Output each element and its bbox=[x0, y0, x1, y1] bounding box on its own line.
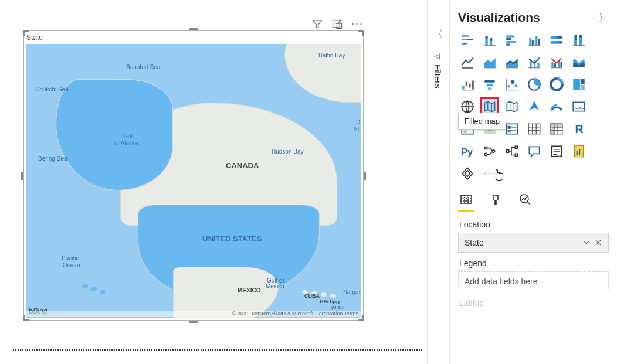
pane-tabs bbox=[458, 191, 609, 207]
map-body[interactable]: CANADA UNITED STATES MEXICO GUATEMALA NI… bbox=[26, 44, 361, 318]
chevron-right-icon[interactable]: 〉 bbox=[598, 11, 609, 25]
legend-field-well[interactable]: Add data fields here bbox=[458, 271, 609, 291]
viz-waterfall[interactable] bbox=[458, 75, 477, 94]
filled-region-hawaii bbox=[100, 290, 106, 294]
report-canvas[interactable]: ··· State CANAD bbox=[0, 0, 422, 364]
filled-region-hawaii bbox=[91, 287, 97, 291]
visual-header-toolbar: ··· bbox=[311, 18, 364, 30]
viz-funnel[interactable] bbox=[480, 75, 499, 94]
viz-scatter[interactable] bbox=[503, 75, 521, 94]
viz-paginated-report[interactable] bbox=[569, 142, 588, 161]
resize-handle-mid-top[interactable] bbox=[189, 28, 198, 30]
viz-power-apps[interactable] bbox=[458, 164, 477, 183]
viz-pie[interactable] bbox=[525, 75, 544, 94]
svg-rect-65 bbox=[579, 149, 580, 155]
viz-area[interactable] bbox=[480, 53, 499, 72]
svg-rect-16 bbox=[551, 41, 558, 43]
page-boundary bbox=[13, 349, 422, 351]
location-field-value: State bbox=[465, 238, 484, 247]
svg-rect-18 bbox=[574, 40, 577, 45]
resize-handle-mid-bottom[interactable] bbox=[189, 321, 198, 323]
svg-rect-27 bbox=[561, 62, 562, 67]
svg-rect-41 bbox=[581, 79, 585, 84]
svg-rect-30 bbox=[469, 84, 470, 88]
svg-text:R: R bbox=[575, 123, 584, 135]
map-label-davis1: D bbox=[356, 119, 360, 125]
svg-rect-59 bbox=[506, 150, 508, 152]
legend-placeholder: Add data fields here bbox=[465, 277, 538, 286]
viz-line-clustered-column[interactable] bbox=[547, 53, 566, 72]
viz-stacked-column[interactable] bbox=[480, 30, 499, 49]
map-label-sargasso: Sargass bbox=[343, 289, 361, 295]
map-attribution[interactable]: © 2021 TomTom, © 2021 Microsoft Corporat… bbox=[26, 311, 361, 317]
viz-100-stacked-bar[interactable] bbox=[547, 30, 566, 49]
map-label-beaufort: Beaufort Sea bbox=[126, 64, 160, 70]
svg-rect-2 bbox=[485, 36, 487, 39]
active-tab-indicator bbox=[458, 210, 474, 212]
filled-map-visual[interactable]: State CANADA UNITED STATES MEXICO GUATEM… bbox=[23, 30, 364, 321]
landmass-mexico bbox=[173, 267, 279, 318]
svg-point-58 bbox=[492, 150, 494, 152]
viz-clustered-bar[interactable] bbox=[503, 30, 521, 49]
viz-line[interactable] bbox=[458, 53, 477, 72]
viz-card[interactable]: 123 bbox=[569, 97, 588, 116]
filter-icon[interactable] bbox=[311, 18, 323, 30]
svg-rect-66 bbox=[461, 195, 472, 203]
viz-azure-map[interactable] bbox=[525, 97, 544, 116]
viz-smart-narrative[interactable] bbox=[547, 142, 566, 161]
filters-pane-collapsed[interactable]: 〈 ◁ Filters bbox=[427, 0, 449, 364]
viz-treemap[interactable] bbox=[569, 75, 588, 94]
svg-text:123: 123 bbox=[575, 104, 585, 110]
svg-rect-9 bbox=[529, 38, 531, 45]
location-field-well[interactable]: State bbox=[458, 233, 609, 253]
location-well-label: Location bbox=[459, 220, 609, 229]
svg-rect-60 bbox=[515, 146, 517, 148]
resize-handle-mid-left[interactable] bbox=[21, 172, 23, 180]
viz-donut[interactable] bbox=[547, 75, 566, 94]
cursor-pointer-icon bbox=[491, 165, 506, 183]
viz-clustered-column[interactable] bbox=[525, 30, 544, 49]
svg-rect-61 bbox=[515, 154, 517, 156]
svg-rect-50 bbox=[528, 124, 540, 134]
filled-region-hawaii bbox=[82, 284, 88, 288]
filters-pane-label[interactable]: Filters bbox=[433, 64, 443, 89]
fields-tab[interactable] bbox=[458, 191, 474, 207]
viz-matrix[interactable] bbox=[547, 120, 566, 138]
map-label-pacific2: Ocean bbox=[63, 262, 80, 268]
viz-r-script[interactable]: R bbox=[569, 120, 588, 138]
format-tab[interactable] bbox=[487, 191, 504, 207]
map-label-bering: Bering Sea bbox=[38, 155, 67, 162]
svg-point-56 bbox=[484, 147, 487, 149]
viz-qna[interactable] bbox=[525, 142, 544, 161]
svg-rect-14 bbox=[551, 36, 557, 39]
chevron-down-icon[interactable] bbox=[582, 239, 591, 247]
svg-point-36 bbox=[511, 80, 515, 84]
svg-rect-23 bbox=[537, 63, 539, 67]
viz-stacked-area[interactable] bbox=[503, 53, 521, 72]
viz-stacked-bar[interactable] bbox=[458, 30, 477, 49]
resize-handle-mid-right[interactable] bbox=[364, 172, 366, 180]
analytics-tab[interactable] bbox=[517, 191, 533, 207]
viz-key-influencers[interactable] bbox=[480, 142, 499, 161]
viz-decomposition-tree[interactable] bbox=[503, 142, 521, 161]
svg-rect-34 bbox=[488, 87, 492, 90]
resize-handle-top-right[interactable] bbox=[358, 30, 364, 36]
viz-100-stacked-column[interactable] bbox=[569, 30, 588, 49]
viz-python[interactable]: Py bbox=[458, 142, 477, 161]
viz-gauge[interactable] bbox=[547, 97, 566, 116]
svg-rect-53 bbox=[551, 124, 554, 134]
latitude-well-label-partial: Latitud bbox=[459, 298, 609, 308]
viz-table[interactable] bbox=[525, 120, 544, 138]
svg-rect-7 bbox=[506, 41, 516, 43]
more-options-icon[interactable]: ··· bbox=[351, 18, 364, 30]
svg-rect-5 bbox=[506, 35, 514, 37]
chevron-left-icon[interactable]: 〈 bbox=[433, 28, 443, 40]
viz-ribbon[interactable] bbox=[569, 53, 588, 72]
svg-rect-20 bbox=[579, 38, 582, 45]
svg-rect-40 bbox=[573, 79, 580, 90]
viz-line-stacked-column[interactable] bbox=[525, 53, 544, 72]
focus-mode-icon[interactable] bbox=[331, 18, 343, 30]
landmass-greenland bbox=[284, 44, 361, 103]
remove-field-icon[interactable] bbox=[594, 239, 602, 247]
map-label-haiti: HAITI bbox=[320, 298, 334, 304]
